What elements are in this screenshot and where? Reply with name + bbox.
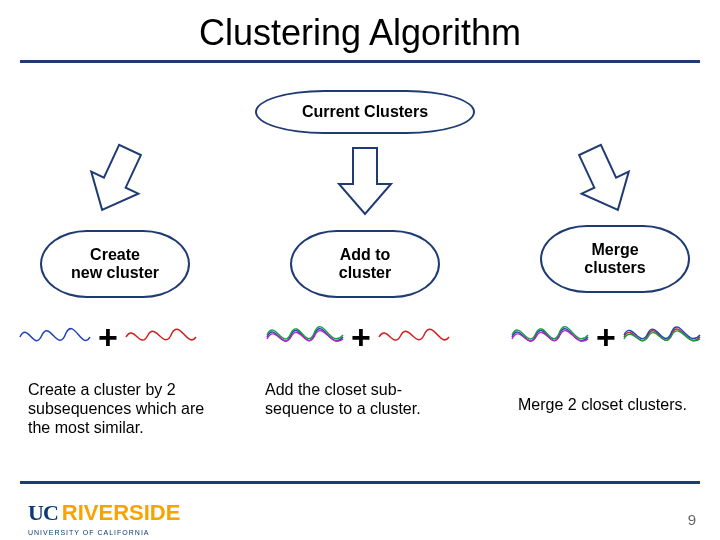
- wave-cluster-icon: [265, 315, 345, 359]
- pill-add-to-cluster: Add to cluster: [290, 230, 440, 298]
- logo-uc-text: UC: [28, 500, 58, 526]
- footer-underline: [20, 481, 700, 484]
- logo-subtext: UNIVERSITY OF CALIFORNIA: [28, 529, 150, 536]
- pill-merge-l2: clusters: [584, 259, 645, 277]
- desc-create: Create a cluster by 2 subsequences which…: [28, 380, 208, 438]
- illust-add: +: [265, 315, 451, 359]
- plus-icon: +: [349, 318, 373, 357]
- wave-single-red-icon: [377, 315, 451, 359]
- wave-single-red-icon: [124, 315, 198, 359]
- pill-add-l2: cluster: [339, 264, 391, 282]
- illust-merge: +: [510, 315, 702, 359]
- plus-icon: +: [594, 318, 618, 357]
- wave-single-blue-icon: [18, 315, 92, 359]
- plus-icon: +: [96, 318, 120, 357]
- uc-riverside-logo: UC RIVERSIDE: [28, 500, 180, 526]
- wave-cluster-icon: [622, 315, 702, 359]
- pill-create-l2: new cluster: [71, 264, 159, 282]
- illust-create: +: [18, 315, 198, 359]
- desc-add: Add the closet sub-sequence to a cluster…: [265, 380, 445, 418]
- page-number: 9: [688, 511, 696, 528]
- logo-riverside-text: RIVERSIDE: [62, 500, 181, 526]
- pill-merge-l1: Merge: [591, 241, 638, 259]
- pill-create-new-cluster: Create new cluster: [40, 230, 190, 298]
- wave-cluster-icon: [510, 315, 590, 359]
- pill-merge-clusters: Merge clusters: [540, 225, 690, 293]
- pill-add-l1: Add to: [340, 246, 391, 264]
- pill-create-l1: Create: [90, 246, 140, 264]
- desc-merge: Merge 2 closet clusters.: [518, 395, 698, 414]
